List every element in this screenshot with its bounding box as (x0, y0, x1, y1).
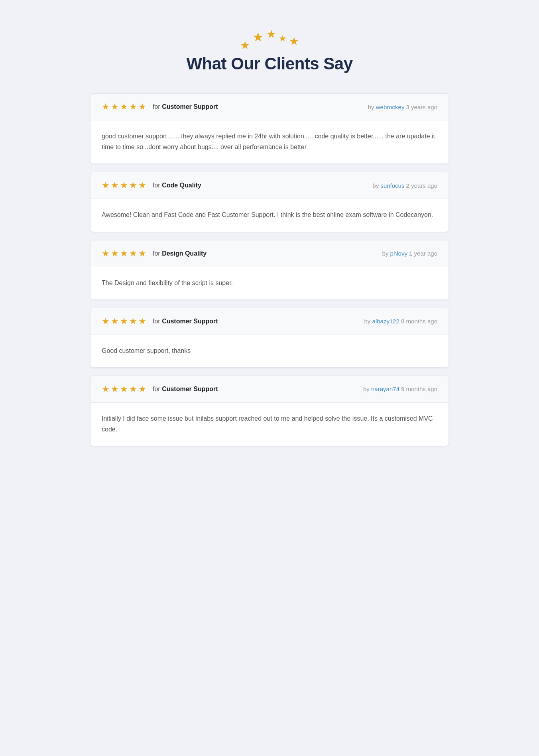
page-container: ★ ★ ★ ★ ★ What Our Clients Say ★★★★★ for… (90, 24, 449, 732)
review-header: ★★★★★ for Code Quality by sunfocus 2 yea… (90, 172, 449, 199)
review-card: ★★★★★ for Customer Support by narayan74 … (90, 376, 449, 446)
review-body: Initially I did face some issue but Inil… (90, 403, 449, 446)
review-stars: ★★★★★ (102, 384, 146, 394)
star-icon: ★ (102, 248, 110, 259)
review-card: ★★★★★ for Design Quality by phlovy 1 yea… (90, 240, 449, 300)
review-header: ★★★★★ for Customer Support by albazy122 … (90, 308, 449, 335)
review-header: ★★★★★ for Customer Support by webrockey … (90, 94, 449, 120)
review-header-left: ★★★★★ for Customer Support (102, 102, 218, 112)
review-author[interactable]: sunfocus (380, 182, 404, 189)
star-icon: ★ (138, 316, 146, 327)
review-category-name: Customer Support (162, 386, 218, 392)
star-icon: ★ (120, 180, 128, 191)
review-header-left: ★★★★★ for Design Quality (102, 248, 207, 259)
star-icon: ★ (102, 384, 110, 394)
review-author[interactable]: phlovy (390, 250, 407, 257)
star-icon: ★ (138, 180, 146, 191)
star-icon: ★ (138, 384, 146, 394)
review-author[interactable]: albazy122 (372, 318, 399, 325)
review-body: The Design and flexibility of the script… (90, 267, 449, 299)
review-category-name: Customer Support (162, 318, 218, 325)
review-card: ★★★★★ for Customer Support by albazy122 … (90, 308, 449, 368)
star-icon: ★ (129, 316, 137, 327)
star-icon: ★ (120, 316, 128, 327)
star-icon: ★ (111, 248, 119, 259)
star-icon: ★ (129, 384, 137, 394)
review-meta: by sunfocus 2 years ago (372, 182, 437, 189)
review-card: ★★★★★ for Code Quality by sunfocus 2 yea… (90, 172, 449, 232)
review-text: Awesome! Clean and Fast Code and Fast Cu… (102, 209, 437, 220)
review-body: Good customer support, thanks (90, 335, 449, 367)
review-stars: ★★★★★ (102, 316, 146, 327)
review-category-label: for Code Quality (153, 182, 201, 189)
review-stars: ★★★★★ (102, 248, 146, 259)
star-icon: ★ (129, 180, 137, 191)
star-icon: ★ (120, 384, 128, 394)
star-icon: ★ (129, 102, 137, 112)
header-section: ★ ★ ★ ★ ★ What Our Clients Say (186, 24, 352, 73)
star-icon: ★ (138, 248, 146, 259)
page-title: What Our Clients Say (186, 54, 352, 73)
deco-star-5: ★ (289, 35, 299, 48)
review-author[interactable]: webrockey (376, 104, 405, 110)
review-meta: by narayan74 9 months ago (363, 386, 437, 392)
review-author[interactable]: narayan74 (371, 386, 399, 392)
review-header: ★★★★★ for Customer Support by narayan74 … (90, 376, 449, 403)
review-text: Good customer support, thanks (102, 345, 437, 356)
star-icon: ★ (102, 180, 110, 191)
review-header-left: ★★★★★ for Code Quality (102, 180, 201, 191)
deco-star-3: ★ (266, 28, 276, 41)
deco-star-2: ★ (252, 30, 264, 45)
review-stars: ★★★★★ (102, 102, 146, 112)
review-header-left: ★★★★★ for Customer Support (102, 384, 218, 394)
star-icon: ★ (120, 102, 128, 112)
star-icon: ★ (111, 316, 119, 327)
review-body: good customer support ...... they always… (90, 120, 449, 163)
review-stars: ★★★★★ (102, 180, 146, 191)
star-icon: ★ (120, 248, 128, 259)
star-icon: ★ (111, 102, 119, 112)
deco-star-1: ★ (240, 39, 250, 52)
reviews-container: ★★★★★ for Customer Support by webrockey … (90, 93, 449, 446)
star-icon: ★ (138, 102, 146, 112)
review-text: The Design and flexibility of the script… (102, 278, 437, 288)
stars-decoration: ★ ★ ★ ★ ★ (186, 24, 352, 48)
review-header: ★★★★★ for Design Quality by phlovy 1 yea… (90, 240, 449, 267)
review-text: Initially I did face some issue but Inil… (102, 413, 437, 435)
star-icon: ★ (111, 180, 119, 191)
deco-star-4: ★ (279, 33, 287, 44)
star-icon: ★ (102, 316, 110, 327)
review-meta: by webrockey 3 years ago (368, 104, 437, 110)
review-category-label: for Customer Support (153, 318, 218, 325)
star-icon: ★ (129, 248, 137, 259)
review-meta: by phlovy 1 year ago (382, 250, 437, 257)
star-icon: ★ (102, 102, 110, 112)
review-category-name: Design Quality (162, 250, 207, 257)
review-card: ★★★★★ for Customer Support by webrockey … (90, 93, 449, 164)
review-category-label: for Customer Support (153, 103, 218, 110)
review-category-name: Customer Support (162, 103, 218, 110)
review-category-label: for Customer Support (153, 386, 218, 393)
review-body: Awesome! Clean and Fast Code and Fast Cu… (90, 199, 449, 231)
review-header-left: ★★★★★ for Customer Support (102, 316, 218, 327)
review-text: good customer support ...... they always… (102, 131, 437, 152)
review-category-label: for Design Quality (153, 250, 207, 257)
review-category-name: Code Quality (162, 182, 201, 189)
star-icon: ★ (111, 384, 119, 394)
review-meta: by albazy122 8 months ago (364, 318, 437, 325)
